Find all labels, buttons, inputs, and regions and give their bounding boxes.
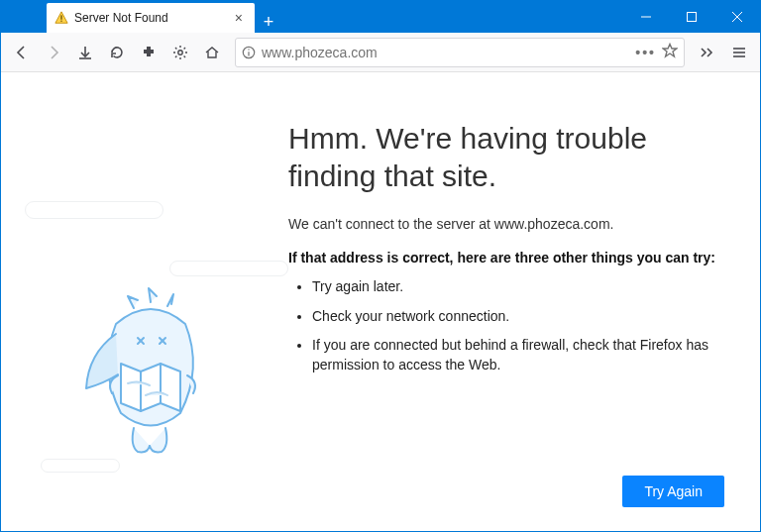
tabstrip: Server Not Found × + xyxy=(1,1,623,33)
bookmark-star-icon[interactable] xyxy=(662,43,678,62)
cloud-decoration xyxy=(25,201,163,219)
error-tips-list: Try again later. Check your network conn… xyxy=(288,277,724,374)
url-right-icons: ••• xyxy=(635,43,678,62)
try-again-button[interactable]: Try Again xyxy=(622,476,724,507)
settings-gear-icon[interactable] xyxy=(165,38,195,67)
maximize-button[interactable] xyxy=(669,1,714,33)
home-button[interactable] xyxy=(197,38,227,67)
forward-button[interactable] xyxy=(39,38,68,67)
download-icon[interactable] xyxy=(70,38,100,67)
error-heading: Hmm. We're having trouble finding that s… xyxy=(288,120,724,194)
warning-icon xyxy=(54,11,68,25)
svg-rect-2 xyxy=(60,21,61,22)
list-item: Check your network connection. xyxy=(312,307,724,327)
close-window-button[interactable] xyxy=(714,1,760,33)
svg-rect-1 xyxy=(60,15,61,19)
error-subtext: We can't connect to the server at www.ph… xyxy=(288,216,724,232)
error-page: Hmm. We're having trouble finding that s… xyxy=(1,72,760,531)
tab-active[interactable]: Server Not Found × xyxy=(47,3,255,33)
overflow-chevrons-icon[interactable] xyxy=(693,38,722,67)
svg-point-12 xyxy=(248,49,249,50)
svg-rect-4 xyxy=(688,13,697,22)
svg-marker-13 xyxy=(663,44,677,56)
back-button[interactable] xyxy=(7,38,37,67)
address-bar[interactable]: ••• xyxy=(235,38,685,67)
browser-window: Server Not Found × + ••• xyxy=(0,0,761,532)
site-info-icon[interactable] xyxy=(242,46,256,59)
app-menu-button[interactable] xyxy=(724,38,754,67)
cloud-decoration xyxy=(41,459,120,473)
tab-title: Server Not Found xyxy=(74,11,168,25)
new-tab-button[interactable]: + xyxy=(255,12,282,33)
cloud-decoration xyxy=(169,261,288,276)
error-intro: If that address is correct, here are thr… xyxy=(288,250,724,266)
page-actions-icon[interactable]: ••• xyxy=(635,45,656,60)
reload-button[interactable] xyxy=(102,38,132,67)
window-controls xyxy=(623,1,760,33)
error-text-column: Hmm. We're having trouble finding that s… xyxy=(288,120,724,507)
minimize-button[interactable] xyxy=(623,1,669,33)
titlebar: Server Not Found × + xyxy=(1,1,760,33)
tab-close-icon[interactable]: × xyxy=(231,10,247,26)
svg-point-9 xyxy=(178,50,182,53)
url-input[interactable] xyxy=(262,45,629,60)
addons-icon[interactable] xyxy=(134,38,163,67)
toolbar: ••• xyxy=(1,33,760,72)
list-item: If you are connected but behind a firewa… xyxy=(312,336,724,374)
list-item: Try again later. xyxy=(312,277,724,297)
